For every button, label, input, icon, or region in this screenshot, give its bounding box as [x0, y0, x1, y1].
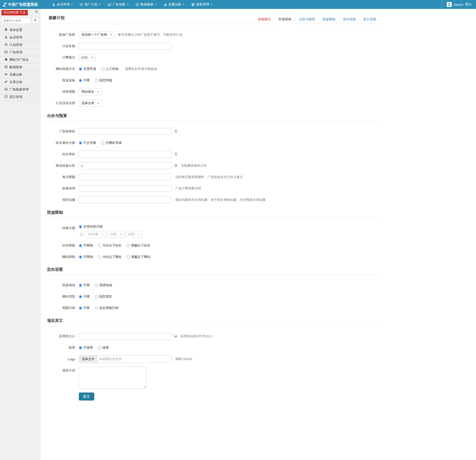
webmaster-limit-option-2-radio[interactable] — [127, 244, 130, 247]
recommend-option-1-radio[interactable] — [98, 346, 101, 349]
sidebar-item-sites-adslots[interactable]: 网站与广告位 — [0, 56, 40, 64]
tab-targeting-options[interactable]: 定向选项 — [339, 15, 359, 24]
website-limit-option-2[interactable]: 屏蔽以下网站 — [127, 255, 150, 259]
settle-cycle-select[interactable]: 周结项目▼ — [79, 88, 102, 95]
webmaster-price-grade-option-0-radio[interactable] — [79, 141, 82, 145]
info-icon — [4, 95, 8, 99]
logout-link[interactable]: 退出 — [465, 2, 472, 7]
site-type-option-0[interactable]: 不限 — [79, 294, 90, 299]
sidebar-item-plan-management[interactable]: 计划管理 — [0, 41, 40, 49]
webmaster-price-grade-option-1[interactable]: 分网站等级 — [101, 141, 122, 145]
nav-finance-management[interactable]: 财务管理▾ — [188, 0, 216, 9]
tab-bid-budget[interactable]: 出价与预算 — [295, 15, 319, 24]
billing-mode-select[interactable]: CPC▼ — [79, 54, 95, 61]
sidebar-item-member-management[interactable]: 会员管理 — [0, 34, 40, 41]
project-deduction-input[interactable] — [79, 196, 172, 203]
webmaster-price-input[interactable] — [79, 151, 172, 158]
device-option-1-radio[interactable] — [95, 79, 98, 82]
tab-general-options[interactable]: 常规选项 — [274, 15, 295, 24]
webmaster-price-grade-option-0[interactable]: 不分等级 — [79, 141, 96, 145]
schedule-option-1-radio[interactable] — [95, 307, 98, 310]
end-date-option-0-radio[interactable] — [79, 225, 82, 228]
webmaster-limit-option-0[interactable]: 不限制 — [79, 243, 93, 248]
project-deduction-control: 项目扣量优先全局扣量，低于站长单独扣量，为空既按全局扣量 — [79, 196, 380, 203]
webmaster-limit-option-1-radio[interactable] — [98, 244, 101, 247]
app-size-unit: M — [174, 335, 177, 338]
end-date-option-0[interactable]: 没有结束日期 — [79, 224, 103, 229]
website-limit-option-1[interactable]: 允许以下网站 — [98, 255, 122, 259]
website-limit-option-1-radio[interactable] — [98, 255, 101, 259]
nav-data-report[interactable]: 数据报表▾ — [132, 0, 160, 9]
region-option-1-radio[interactable] — [95, 284, 98, 287]
site-audit-option-0[interactable]: 无需申请 — [79, 67, 96, 71]
pencil-icon — [4, 80, 8, 84]
site-type-control: 不限指定类目 — [79, 294, 380, 299]
logo-choose-button[interactable]: 选择文件 — [79, 356, 97, 363]
nav-promotion-plan[interactable]: 推广计划▾ — [76, 0, 104, 9]
schedule-option-1[interactable]: 设定周期日程 — [95, 306, 119, 310]
schedule-option-0-radio[interactable] — [79, 307, 82, 310]
end-date-year-select[interactable]: 2021年▼ — [86, 231, 106, 238]
end-date-option-1-radio[interactable] — [80, 233, 83, 236]
webmaster-limit-option-0-radio[interactable] — [79, 244, 82, 247]
recommend-option-0[interactable]: 不推荐 — [79, 345, 93, 350]
website-limit-option-2-radio[interactable] — [127, 255, 130, 259]
site-audit-option-1-radio[interactable] — [101, 67, 104, 71]
end-date-month-select[interactable]: 10月▼ — [107, 231, 124, 238]
webmaster-limit-label: 站长限制 — [47, 243, 75, 248]
website-limit-option-0-radio[interactable] — [79, 255, 82, 259]
region-option-0[interactable]: 不限 — [79, 283, 90, 287]
webmaster-limit-option-2[interactable]: 屏蔽以下站长 — [127, 243, 150, 248]
schedule-option-0[interactable]: 不限 — [79, 306, 90, 310]
device-option-1-label: 指定终端 — [99, 78, 112, 83]
search-input[interactable] — [1, 17, 31, 24]
price-desc-input[interactable] — [79, 185, 172, 192]
sidebar-item-data-report[interactable]: 数据报表 — [0, 64, 40, 71]
submit-button[interactable]: 提交 — [79, 393, 94, 400]
site-type-option-1-radio[interactable] — [95, 295, 98, 298]
mobile-bid-input[interactable] — [79, 162, 172, 169]
nav-traffic-analysis-label: 流量分析 — [168, 2, 181, 7]
site-audit-option-0-radio[interactable] — [79, 67, 82, 71]
daily-limit-control: 达到每日预算限额时，广告就会在当天停止展示 — [79, 174, 380, 181]
nav-member-management[interactable]: 会员管理▾ — [48, 0, 76, 9]
plan-name-input[interactable] — [79, 43, 172, 50]
daily-limit-input[interactable] — [79, 174, 172, 181]
sidebar-item-article-notice[interactable]: 文章公告 — [0, 79, 40, 86]
device-option-0-radio[interactable] — [79, 79, 82, 82]
website-limit-option-0[interactable]: 不限制 — [79, 255, 93, 259]
tab-option-mode[interactable]: 选项模式 — [254, 15, 274, 24]
project-intro-textarea[interactable] — [79, 367, 146, 389]
tab-delivery-limit[interactable]: 投放限制 — [319, 15, 339, 24]
user-menu[interactable]: xiaorui 退出 — [442, 0, 476, 9]
site-type-option-1[interactable]: 指定类目 — [95, 294, 112, 299]
site-audit-option-1[interactable]: 人工审核 — [101, 67, 119, 71]
region-option-1[interactable]: 选择地域 — [95, 283, 112, 287]
webmaster-price-grade-option-1-radio[interactable] — [101, 141, 104, 145]
nav-traffic-analysis[interactable]: 流量分析▾ — [160, 0, 188, 9]
sidebar-item-basic-settings[interactable]: 基本设置 — [0, 27, 40, 34]
sidebar-item-ad-management[interactable]: 广告管理 — [0, 49, 40, 56]
advertiser-price-input[interactable] — [79, 128, 172, 135]
device-option-0[interactable]: 不限 — [79, 78, 90, 83]
site-type-option-0-radio[interactable] — [79, 295, 82, 298]
sidebar-item-other-management[interactable]: 其它管理 — [0, 93, 40, 101]
nav-finance-management-label: 财务管理 — [196, 2, 209, 7]
app-size-input[interactable] — [79, 333, 172, 340]
end-date-day-select[interactable]: 29日▼ — [125, 231, 142, 238]
logo-file-input[interactable]: 选择文件未选择任何文件 — [79, 355, 172, 363]
project-deduction-row: 项目扣量项目扣量优先全局扣量，低于站长单独扣量，为空既按全局扣量 — [47, 196, 380, 204]
search-button[interactable] — [32, 17, 39, 24]
device-option-1[interactable]: 指定终端 — [95, 78, 112, 83]
region-option-0-radio[interactable] — [79, 284, 82, 287]
sidebar-item-traffic-analysis[interactable]: 流量分析 — [0, 71, 40, 79]
tab-other-options[interactable]: 其它选项 — [359, 15, 380, 24]
sidebar-item-ad-template[interactable]: 广告模板管理 — [0, 86, 40, 93]
sidebar-toggle-icon[interactable] — [35, 10, 38, 13]
plan-category-select[interactable]: 选择分类▼ — [79, 100, 102, 107]
advertiser-select[interactable]: 请选择一个广告商▼ — [79, 31, 115, 38]
webmaster-limit-option-1[interactable]: 允许以下站长 — [98, 243, 122, 248]
recommend-option-1[interactable]: 推荐 — [98, 345, 109, 350]
nav-ad-creative[interactable]: 广告创意▾ — [104, 0, 132, 9]
recommend-option-0-radio[interactable] — [79, 346, 82, 349]
